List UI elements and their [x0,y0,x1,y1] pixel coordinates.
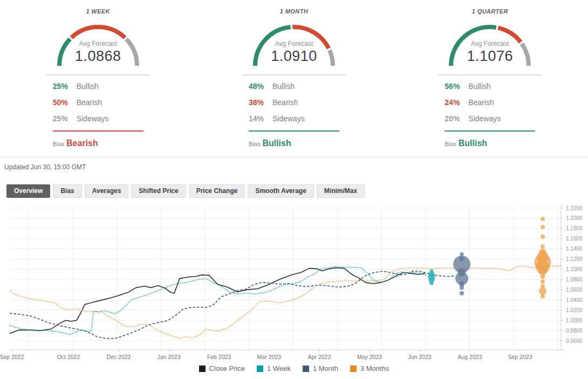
bias-label: Bias [445,141,456,147]
y-axis-labels: 1.22001.20001.18001.16001.14001.12001.10… [566,205,583,344]
bias-row: BiasBullish [445,139,535,148]
svg-text:1.1000: 1.1000 [566,266,583,272]
bullish-label: Bullish [468,81,490,92]
bearish-label: Bearish [77,97,102,108]
sideways-label: Sideways [468,113,501,124]
avg-forecast-value: 1.1076 [444,48,536,64]
bearish-row: 38% Bearish [249,97,339,108]
tab-smooth-average[interactable]: Smooth Average [248,184,313,198]
svg-text:Mar 2023: Mar 2023 [257,354,282,360]
svg-text:1.1800: 1.1800 [566,225,583,231]
legend-label: 3 Months [360,364,389,373]
bias-value: Bullish [459,139,487,148]
legend-label: 1 Month [313,364,338,373]
chart-tabbar: Overview Bias Averages Shifted Price Pri… [6,184,365,198]
svg-text:Aug 2023: Aug 2023 [458,354,482,360]
forecast-underline [249,130,339,132]
bullish-percent: 56% [445,81,468,92]
legend-label: Close Price [209,364,245,373]
sideways-row: 20% Sideways [445,113,535,124]
svg-text:1.0200: 1.0200 [566,307,583,313]
svg-text:Feb 2023: Feb 2023 [207,354,231,360]
legend-item-1-week[interactable]: 1 Week [257,364,291,373]
x-axis-labels: Sep 2022Oct 2022Dec 2022Jan 2023Feb 2023… [0,354,532,360]
series-line-1-week [10,267,427,335]
legend-item-3-months[interactable]: 3 Months [350,364,389,373]
gauge-title: 1 MONTH [196,8,392,15]
three-months-swatch-icon [350,366,357,372]
bias-label: Bias [53,141,64,147]
svg-text:Oct 2022: Oct 2022 [57,354,80,360]
gauge-baseline [438,74,542,75]
bearish-row: 24% Bearish [445,97,535,108]
sideways-percent: 25% [53,113,77,124]
bullish-label: Bullish [272,81,295,92]
close-price-swatch-icon [199,366,206,372]
legend-item-close-price[interactable]: Close Price [199,364,245,373]
gauge-1-quarter: Avg Forecast 1.1076 [444,18,536,69]
gauge-baseline [242,74,346,75]
tab-bias[interactable]: Bias [53,184,81,198]
svg-text:Sep 2023: Sep 2023 [508,354,532,360]
forecast-underline [53,130,143,132]
forecast-overview-chart: 1.22001.20001.18001.16001.14001.12001.10… [0,204,588,363]
forecast-poll-section: 1 WEEK Avg Forecast 1.0868 25% Bullish 5… [0,8,588,148]
gauge-title: 1 WEEK [0,8,196,15]
tab-minim-max[interactable]: Minim/Max [317,184,365,198]
sideways-row: 25% Sideways [53,113,143,124]
svg-text:0.9600: 0.9600 [566,338,583,344]
bias-value: Bearish [66,139,98,148]
gauge-text: Avg Forecast 1.0910 [248,40,340,64]
gauge-1-week: Avg Forecast 1.0868 [52,18,144,69]
bullish-row: 56% Bullish [445,81,535,92]
bearish-label: Bearish [272,97,298,108]
tab-shifted-price[interactable]: Shifted Price [131,184,186,198]
svg-text:Jun 2023: Jun 2023 [408,354,431,360]
bearish-label: Bearish [468,97,494,108]
bias-row: BiasBullish [249,139,339,148]
bearish-percent: 24% [445,97,468,108]
cluster-1-month [453,252,470,295]
avg-forecast-label: Avg Forecast [248,40,340,48]
bias-value: Bullish [262,139,291,148]
svg-text:1.2000: 1.2000 [566,215,583,221]
bearish-row: 50% Bearish [53,97,143,108]
gauge-1-month: Avg Forecast 1.0910 [248,18,340,69]
forecast-underline [445,130,535,132]
gauge-text: Avg Forecast 1.1076 [444,40,536,64]
avg-forecast-label: Avg Forecast [52,40,144,48]
tab-averages[interactable]: Averages [85,184,129,198]
bullish-label: Bullish [77,81,99,92]
bearish-percent: 50% [53,97,77,108]
section-divider [0,157,588,157]
gauge-arc-bearish [71,27,125,38]
sentiment-list: 25% Bullish 50% Bearish 25% Sideways Bia… [53,81,143,148]
series-lines [10,266,561,339]
avg-forecast-value: 1.0868 [52,48,144,64]
svg-text:1.0000: 1.0000 [566,318,583,323]
svg-text:Apr 2023: Apr 2023 [308,354,331,360]
forecast-column-1-week: 1 WEEK Avg Forecast 1.0868 25% Bullish 5… [0,8,196,148]
svg-text:Dec 2022: Dec 2022 [107,354,131,360]
tab-overview[interactable]: Overview [6,184,50,198]
sentiment-list: 48% Bullish 38% Bearish 14% Sideways Bia… [249,81,339,148]
chart-legend: Close Price 1 Week 1 Month 3 Months [0,364,588,373]
svg-text:1.1200: 1.1200 [566,256,583,262]
sideways-row: 14% Sideways [249,113,339,124]
one-week-swatch-icon [257,366,263,372]
gridlines [10,208,561,350]
sideways-label: Sideways [272,113,305,124]
tab-price-change[interactable]: Price Change [189,184,245,198]
sideways-percent: 20% [445,113,468,124]
svg-text:1.0600: 1.0600 [566,287,583,293]
bullish-row: 25% Bullish [53,81,143,92]
svg-text:1.0800: 1.0800 [566,277,583,282]
forecast-column-1-month: 1 MONTH Avg Forecast 1.0910 48% Bullish … [196,8,392,148]
avg-forecast-label: Avg Forecast [444,40,536,48]
cluster-3-months [535,217,551,299]
bias-row: BiasBearish [53,139,143,148]
forecast-column-1-quarter: 1 QUARTER Avg Forecast 1.1076 56% Bullis… [392,8,588,148]
legend-item-1-month[interactable]: 1 Month [303,364,338,373]
cluster-1-week [428,269,435,285]
bullish-percent: 25% [53,81,77,92]
